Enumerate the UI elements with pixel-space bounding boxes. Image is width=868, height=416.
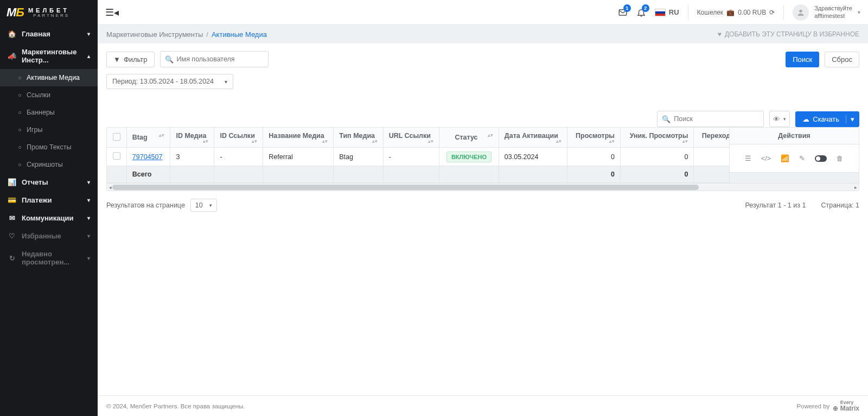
- flag-ru-icon: [655, 9, 666, 16]
- row-checkbox[interactable]: [113, 152, 120, 160]
- chevron-down-icon: ▾: [87, 255, 90, 261]
- result-count: Результат 1 - 1 из 1: [745, 201, 806, 209]
- username-search[interactable]: 🔍: [160, 51, 269, 67]
- refresh-icon[interactable]: ⟳: [769, 9, 775, 16]
- topbar: ☰◂ 1 2 RU Кошелек 💼 0.00 RUB ⟳: [98, 0, 868, 25]
- nav-promo[interactable]: Промо Тексты: [0, 138, 98, 156]
- card-icon: 💳: [8, 196, 16, 204]
- logo-brand: МЕЛБЕТ: [28, 8, 69, 14]
- edit-icon[interactable]: ✎: [799, 154, 805, 162]
- code-icon[interactable]: </>: [761, 155, 771, 162]
- table-search-input[interactable]: [674, 115, 759, 123]
- nav-banners[interactable]: Баннеры: [0, 104, 98, 121]
- bell-notifications[interactable]: 2: [636, 8, 646, 17]
- nav-payments[interactable]: 💳 Платежи ▾: [0, 191, 98, 209]
- chevron-up-icon: ▴: [87, 53, 90, 59]
- page-indicator: Страница: 1: [821, 201, 859, 209]
- col-views[interactable]: Просмотры▴▾: [567, 128, 621, 148]
- horizontal-scrollbar[interactable]: ◂ ▸: [107, 183, 859, 191]
- nav-screenshots[interactable]: Скриншоты: [0, 156, 98, 173]
- logo-mark: МБ: [7, 5, 24, 20]
- columns-visibility-button[interactable]: 👁 ▾: [769, 111, 790, 127]
- toggle-sidebar-button[interactable]: ☰◂: [105, 7, 119, 18]
- chevron-down-icon: ▾: [209, 203, 212, 208]
- col-btag[interactable]: Btag▴▾: [126, 128, 170, 148]
- nav-home[interactable]: 🏠 Главная ▾: [0, 25, 98, 43]
- nav-comms[interactable]: ✉ Коммуникации ▾: [0, 209, 98, 227]
- search-icon: 🔍: [165, 55, 174, 64]
- cloud-download-icon: ☁: [802, 115, 809, 123]
- nav-active-media[interactable]: Активные Медиа: [0, 69, 98, 86]
- add-favorite-button[interactable]: ♥ ДОБАВИТЬ ЭТУ СТРАНИЦУ В ИЗБРАННОЕ: [718, 30, 859, 38]
- nav-marketing[interactable]: 📣 Маркетинговые Инстр... ▴: [0, 43, 98, 69]
- stats-icon[interactable]: 📶: [781, 154, 789, 162]
- user-icon: [796, 8, 805, 17]
- status-badge: ВКЛЮЧЕНО: [446, 152, 492, 162]
- nav-links[interactable]: Ссылки: [0, 86, 98, 104]
- col-status[interactable]: Статус▴▾: [439, 128, 499, 148]
- logo: МБ МЕЛБЕТ PARTNERS: [0, 0, 98, 25]
- crumb-parent[interactable]: Маркетинговые Инструменты: [106, 30, 203, 39]
- col-activation[interactable]: Дата Активации▴▾: [499, 128, 567, 148]
- history-icon: ↻: [8, 254, 16, 262]
- per-page-select[interactable]: 10 ▾: [190, 199, 217, 212]
- table-search[interactable]: 🔍: [657, 111, 764, 127]
- period-selector[interactable]: Период: 13.05.2024 - 18.05.2024 ▾: [106, 74, 233, 89]
- select-all-checkbox[interactable]: [113, 133, 120, 141]
- language-label: RU: [669, 8, 679, 16]
- logo-sub: PARTNERS: [28, 14, 69, 18]
- col-id-link[interactable]: ID Ссылки▴▾: [214, 128, 263, 148]
- col-uviews[interactable]: Уник. Просмотры▴▾: [620, 128, 693, 148]
- download-button[interactable]: ☁ Скачать ▾: [795, 111, 859, 127]
- language-switcher[interactable]: RU: [655, 8, 679, 16]
- list-icon[interactable]: ☰: [745, 154, 751, 162]
- chevron-down-icon: ▾: [858, 9, 860, 15]
- per-page-label: Результатов на странице: [106, 201, 185, 209]
- scroll-right-icon[interactable]: ▸: [852, 184, 859, 191]
- chevron-down-icon: ▾: [87, 215, 90, 221]
- chevron-down-icon: ▾: [87, 179, 90, 185]
- user-menu[interactable]: Здравствуйте afftimestest ▾: [793, 4, 860, 21]
- nav-recent[interactable]: ↻ Недавно просмотрен... ▾: [0, 245, 98, 271]
- nav-favorites[interactable]: ♡ Избранные ▾: [0, 227, 98, 245]
- col-type[interactable]: Тип Медиа▴▾: [334, 128, 383, 148]
- scroll-thumb[interactable]: [112, 185, 699, 190]
- col-id-media[interactable]: ID Медиа▴▾: [170, 128, 214, 148]
- col-name[interactable]: Название Медиа▴▾: [263, 128, 334, 148]
- col-url[interactable]: URL Ссылки▴▾: [383, 128, 439, 148]
- wallet[interactable]: Кошелек 💼 0.00 RUB ⟳: [697, 9, 775, 16]
- nav-games[interactable]: Игры: [0, 121, 98, 138]
- nav-reports[interactable]: 📊 Отчеты ▾: [0, 173, 98, 191]
- chevron-down-icon: ▾: [87, 197, 90, 203]
- chevron-down-icon: ▾: [783, 116, 786, 122]
- nav-home-label: Главная: [22, 30, 50, 38]
- heart-icon: ♥: [718, 30, 722, 38]
- footer: © 2024, Мелбет Partners. Все права защищ…: [98, 395, 868, 416]
- filter-button[interactable]: ▼ Фильтр: [106, 52, 155, 67]
- username-input[interactable]: [177, 55, 264, 63]
- powered-by-label: Powered by: [797, 403, 830, 409]
- mail-icon: ✉: [8, 214, 16, 222]
- nav: 🏠 Главная ▾ 📣 Маркетинговые Инстр... ▴ А…: [0, 25, 98, 416]
- mail-notifications[interactable]: 1: [618, 8, 628, 17]
- chevron-down-icon: ▾: [225, 79, 227, 85]
- wallet-value: 0.00 RUB: [738, 9, 766, 16]
- chevron-down-icon[interactable]: ▾: [846, 115, 859, 123]
- chevron-down-icon: ▾: [87, 233, 90, 239]
- greeting-line2: afftimestest: [814, 12, 852, 20]
- trash-icon[interactable]: 🗑: [837, 155, 844, 162]
- toggle-switch[interactable]: [815, 155, 827, 162]
- search-button[interactable]: Поиск: [786, 52, 819, 67]
- megaphone-icon: 📣: [8, 52, 16, 60]
- copyright-text: © 2024, Мелбет Partners. Все права защищ…: [106, 403, 245, 409]
- actions-column: Действия ☰ </> 📶 ✎ 🗑: [729, 128, 859, 191]
- wallet-label: Кошелек: [697, 9, 724, 16]
- btag-link[interactable]: 79704507: [132, 153, 163, 161]
- nav-marketing-label: Маркетинговые Инстр...: [22, 48, 82, 64]
- chart-icon: 📊: [8, 178, 16, 186]
- reset-button[interactable]: Сброс: [825, 52, 859, 67]
- breadcrumb: Маркетинговые Инструменты / Активные Мед…: [98, 25, 868, 43]
- home-icon: 🏠: [8, 30, 16, 38]
- eye-off-icon: 👁: [773, 115, 780, 123]
- greeting-line1: Здравствуйте: [814, 5, 852, 12]
